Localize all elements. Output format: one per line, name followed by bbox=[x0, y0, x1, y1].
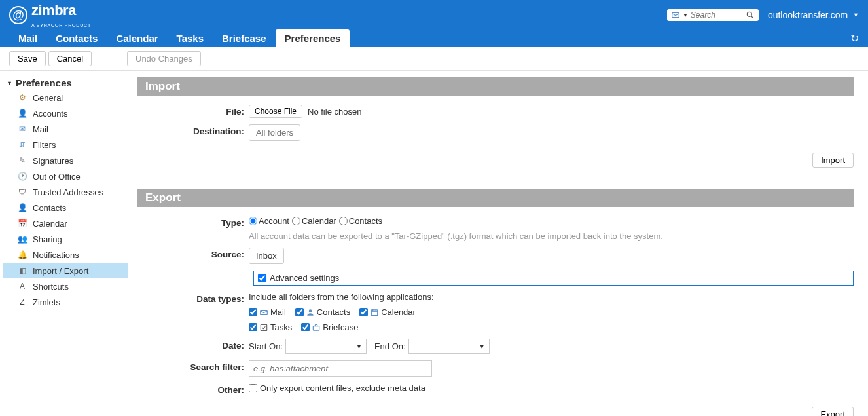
sidebar-item-notifications[interactable]: 🔔Notifications bbox=[3, 247, 128, 263]
end-date-picker[interactable]: ▼ bbox=[408, 339, 490, 354]
sidebar-item-zimlets[interactable]: ZZimlets bbox=[3, 294, 128, 310]
refresh-icon[interactable]: ↻ bbox=[850, 32, 859, 45]
type-option-calendar: Calendar bbox=[302, 216, 336, 226]
date-label: Date: bbox=[137, 339, 249, 350]
type-option-account: Account bbox=[259, 216, 289, 226]
search-input[interactable] bbox=[691, 10, 746, 20]
tab-preferences[interactable]: Preferences bbox=[276, 29, 350, 47]
advanced-checkbox[interactable] bbox=[258, 274, 266, 282]
brand-logo: zimbra A SYNACOR PRODUCT bbox=[9, 2, 91, 29]
other-label: Other: bbox=[137, 383, 249, 395]
svg-rect-9 bbox=[261, 324, 266, 330]
sidebar-item-label: Mail bbox=[33, 124, 48, 134]
type-option-contacts: Contacts bbox=[349, 216, 382, 226]
contacts-icon: 👤 bbox=[17, 202, 27, 213]
datatype-contacts-label: Contacts bbox=[317, 307, 350, 317]
start-date-picker[interactable]: ▼ bbox=[285, 339, 367, 354]
datatype-tasks-label: Tasks bbox=[270, 322, 292, 332]
datatype-contacts-checkbox[interactable] bbox=[295, 308, 304, 316]
datatype-mail-checkbox[interactable] bbox=[249, 308, 257, 316]
datatype-calendar-checkbox[interactable] bbox=[359, 308, 368, 316]
advanced-settings-box: Advanced settings bbox=[253, 271, 854, 286]
end-on-label: End On: bbox=[374, 341, 406, 351]
tab-tasks[interactable]: Tasks bbox=[168, 29, 213, 47]
file-label: File: bbox=[137, 105, 249, 117]
main-panel: Import File: Choose File No file chosen … bbox=[131, 71, 868, 416]
sidebar-item-import-export[interactable]: ◧Import / Export bbox=[3, 263, 128, 278]
search-scope-caret[interactable]: ▼ bbox=[683, 12, 688, 18]
import-button[interactable]: Import bbox=[812, 153, 854, 168]
sidebar-item-filters[interactable]: ⇵Filters bbox=[3, 137, 128, 153]
destination-select[interactable]: All folders bbox=[249, 124, 300, 141]
source-select[interactable]: Inbox bbox=[249, 248, 284, 264]
sidebar-item-accounts[interactable]: 👤Accounts bbox=[3, 105, 128, 121]
export-button[interactable]: Export bbox=[812, 407, 854, 416]
advanced-label: Advanced settings bbox=[270, 273, 339, 283]
datatype-briefcase: Briefcase bbox=[301, 322, 358, 332]
user-menu[interactable]: outlooktransfer.com ▼ bbox=[768, 10, 859, 20]
datatype-contacts: Contacts bbox=[295, 307, 350, 317]
datatype-briefcase-checkbox[interactable] bbox=[301, 323, 310, 331]
tab-contacts[interactable]: Contacts bbox=[46, 29, 107, 47]
mail-icon bbox=[671, 10, 680, 20]
sidebar-item-signatures[interactable]: ✎Signatures bbox=[3, 153, 128, 168]
undo-button[interactable]: Undo Changes bbox=[127, 51, 201, 66]
contacts-icon bbox=[306, 308, 315, 317]
svg-point-4 bbox=[309, 309, 312, 312]
chevron-down-icon: ▼ bbox=[853, 12, 859, 18]
sidebar-item-sharing[interactable]: 👥Sharing bbox=[3, 231, 128, 247]
sidebar: Preferences ⚙General👤Accounts✉Mail⇵Filte… bbox=[0, 71, 131, 416]
cancel-button[interactable]: Cancel bbox=[48, 51, 92, 66]
type-radio-calendar[interactable] bbox=[292, 217, 300, 225]
end-date-dropdown[interactable]: ▼ bbox=[475, 341, 489, 352]
sidebar-item-label: Signatures bbox=[33, 156, 73, 166]
datatype-mail: Mail bbox=[249, 307, 286, 317]
out-of-office-icon: 🕐 bbox=[17, 171, 27, 181]
type-hint: All account data can be exported to a "T… bbox=[249, 229, 663, 241]
import-header: Import bbox=[137, 77, 854, 96]
sidebar-item-contacts[interactable]: 👤Contacts bbox=[3, 200, 128, 216]
sidebar-item-label: Calendar bbox=[33, 219, 67, 229]
sidebar-item-label: Trusted Addresses bbox=[33, 187, 103, 197]
tab-mail[interactable]: Mail bbox=[9, 29, 46, 47]
datatype-tasks-checkbox[interactable] bbox=[249, 323, 257, 331]
other-checkbox[interactable] bbox=[249, 384, 257, 392]
datatypes-label: Data types: bbox=[137, 292, 249, 304]
searchfilter-input[interactable] bbox=[249, 360, 432, 377]
sidebar-item-label: Notifications bbox=[33, 250, 79, 260]
start-date-dropdown[interactable]: ▼ bbox=[352, 341, 366, 352]
sidebar-item-label: Filters bbox=[33, 140, 56, 150]
sharing-icon: 👥 bbox=[17, 234, 27, 244]
sidebar-item-general[interactable]: ⚙General bbox=[3, 90, 128, 105]
type-radio-account[interactable] bbox=[249, 217, 257, 225]
sidebar-item-shortcuts[interactable]: AShortcuts bbox=[3, 278, 128, 294]
global-search[interactable]: ▼ bbox=[667, 9, 759, 21]
no-file-text: No file chosen bbox=[308, 107, 361, 117]
sidebar-item-trusted-addresses[interactable]: 🛡Trusted Addresses bbox=[3, 184, 128, 200]
zimlets-icon: Z bbox=[17, 297, 27, 307]
destination-label: Destination: bbox=[137, 124, 249, 136]
type-radio-contacts[interactable] bbox=[339, 217, 348, 225]
choose-file-button[interactable]: Choose File bbox=[249, 105, 302, 118]
source-label: Source: bbox=[137, 248, 249, 259]
start-on-label: Start On: bbox=[249, 341, 283, 351]
search-icon[interactable] bbox=[746, 10, 755, 20]
sidebar-item-out-of-office[interactable]: 🕐Out of Office bbox=[3, 168, 128, 184]
start-date-input[interactable] bbox=[286, 339, 352, 353]
other-checkbox-label: Only export content files, exclude meta … bbox=[260, 383, 425, 393]
end-date-input[interactable] bbox=[409, 339, 475, 353]
general-icon: ⚙ bbox=[17, 92, 27, 103]
sidebar-header[interactable]: Preferences bbox=[3, 76, 128, 90]
datatype-calendar: Calendar bbox=[359, 307, 416, 317]
tab-calendar[interactable]: Calendar bbox=[107, 29, 167, 47]
sidebar-item-calendar[interactable]: 📅Calendar bbox=[3, 216, 128, 231]
datatype-tasks: Tasks bbox=[249, 322, 292, 332]
sidebar-item-mail[interactable]: ✉Mail bbox=[3, 121, 128, 137]
sidebar-item-label: Out of Office bbox=[33, 172, 81, 181]
tab-briefcase[interactable]: Briefcase bbox=[213, 29, 276, 47]
svg-point-1 bbox=[747, 12, 751, 16]
save-button[interactable]: Save bbox=[9, 51, 46, 66]
datatype-calendar-label: Calendar bbox=[381, 307, 416, 317]
brand-name: zimbra bbox=[31, 2, 91, 19]
import-export-icon: ◧ bbox=[17, 265, 27, 276]
